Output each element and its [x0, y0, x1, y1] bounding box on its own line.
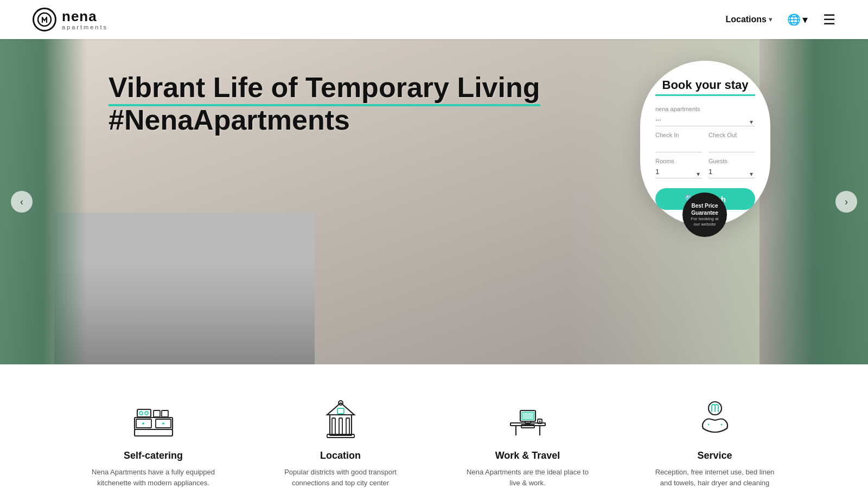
work-travel-title: Work & Travel — [495, 450, 560, 461]
work-travel-desc: Nena Apartments are the ideal place to l… — [465, 467, 590, 488]
next-icon: › — [845, 196, 848, 208]
carousel-next-button[interactable]: › — [835, 191, 857, 213]
globe-icon: 🌐 — [787, 13, 801, 26]
features-section: Self-catering Nena Apartments have a ful… — [0, 364, 868, 488]
guests-label: Guests — [709, 158, 755, 164]
service-icon — [693, 397, 737, 440]
carousel-prev-button[interactable]: ‹ — [11, 191, 33, 213]
svg-point-32 — [720, 423, 722, 425]
svg-point-0 — [38, 13, 51, 26]
checkin-input[interactable] — [655, 139, 702, 152]
rooms-guests-row: Rooms 12345 ▾ Guests 123456 ▾ — [655, 158, 755, 184]
svg-point-29 — [539, 420, 540, 422]
checkout-col: Check Out — [709, 132, 755, 158]
svg-rect-2 — [135, 429, 173, 436]
language-selector[interactable]: 🌐 ▾ — [787, 13, 808, 26]
nav-right: Locations ▾ 🌐 ▾ ☰ — [725, 11, 835, 28]
locations-menu[interactable]: Locations ▾ — [725, 15, 772, 24]
svg-point-31 — [707, 423, 709, 425]
rooms-select[interactable]: 12345 — [655, 165, 702, 178]
checkin-label: Check In — [655, 132, 702, 138]
guests-select-wrap: 123456 ▾ — [709, 165, 755, 184]
rooms-label: Rooms — [655, 158, 702, 164]
self-catering-icon — [132, 397, 175, 440]
svg-rect-13 — [332, 418, 335, 435]
svg-rect-10 — [154, 410, 160, 417]
hero-title-line1: Vibrant Life of Temporary Living — [108, 72, 540, 106]
property-select[interactable]: ··· — [655, 113, 755, 126]
booking-title: Book your stay — [655, 78, 755, 96]
rooms-col: Rooms 12345 ▾ — [655, 158, 702, 184]
svg-point-7 — [145, 412, 148, 415]
rooms-select-wrap: 12345 ▾ — [655, 165, 702, 184]
locations-chevron-icon: ▾ — [769, 16, 772, 23]
svg-point-9 — [162, 422, 164, 425]
best-price-sub1: For booking at — [691, 216, 718, 222]
property-section: nena apartments ··· ▾ — [655, 106, 755, 132]
best-price-title: Best Price — [692, 202, 718, 209]
self-catering-title: Self-catering — [124, 450, 183, 461]
svg-point-8 — [142, 422, 144, 425]
svg-rect-19 — [337, 408, 344, 414]
feature-service: Service Reception, free internet use, be… — [653, 397, 777, 488]
location-desc: Popular districts with good transport co… — [278, 467, 403, 488]
property-label: nena apartments — [655, 106, 755, 112]
guests-select[interactable]: 123456 — [709, 165, 755, 178]
hamburger-menu[interactable]: ☰ — [823, 11, 835, 28]
location-title: Location — [320, 450, 361, 461]
hero-content: Vibrant Life of Temporary Living #NenaAp… — [108, 72, 540, 137]
checkin-col: Check In — [655, 132, 702, 158]
best-price-sub2: our website — [694, 222, 716, 227]
checkout-input[interactable] — [709, 139, 755, 152]
menu-icon: ☰ — [823, 11, 835, 28]
svg-rect-11 — [162, 410, 168, 417]
hero-title-line2: #NenaApartments — [108, 104, 350, 136]
logo[interactable]: nena apartments — [33, 8, 108, 31]
hero-section: ‹ › Vibrant Life of Temporary Living #Ne… — [0, 39, 868, 364]
logo-sub: apartments — [62, 24, 108, 30]
feature-work-travel: Work & Travel Nena Apartments are the id… — [465, 397, 590, 488]
prev-icon: ‹ — [20, 196, 23, 208]
feature-location: Location Popular districts with good tra… — [278, 397, 403, 488]
self-catering-desc: Nena Apartments have a fully equipped ki… — [91, 467, 216, 488]
feature-self-catering: Self-catering Nena Apartments have a ful… — [91, 397, 216, 488]
hero-title: Vibrant Life of Temporary Living #NenaAp… — [108, 72, 540, 137]
service-title: Service — [697, 450, 732, 461]
dates-row: Check In Check Out — [655, 132, 755, 158]
svg-rect-14 — [339, 418, 342, 435]
svg-rect-15 — [346, 418, 349, 435]
location-icon — [319, 397, 362, 440]
logo-name: nena — [62, 9, 108, 24]
property-select-wrap: ··· ▾ — [655, 113, 755, 132]
best-price-guarantee: Guarantee — [691, 209, 718, 216]
locations-label: Locations — [725, 15, 767, 24]
svg-point-6 — [139, 412, 143, 415]
best-price-badge: Best Price Guarantee For booking at our … — [682, 192, 727, 237]
work-travel-icon — [506, 397, 550, 440]
logo-icon — [33, 8, 56, 31]
booking-card: Book your stay nena apartments ··· ▾ Che… — [640, 61, 770, 226]
navbar: nena apartments Locations ▾ 🌐 ▾ ☰ — [0, 0, 868, 39]
checkout-label: Check Out — [709, 132, 755, 138]
service-desc: Reception, free internet use, bed linen … — [653, 467, 777, 488]
logo-text: nena apartments — [62, 9, 108, 31]
guests-col: Guests 123456 ▾ — [709, 158, 755, 184]
svg-rect-25 — [522, 412, 534, 420]
globe-chevron-icon: ▾ — [802, 13, 808, 26]
